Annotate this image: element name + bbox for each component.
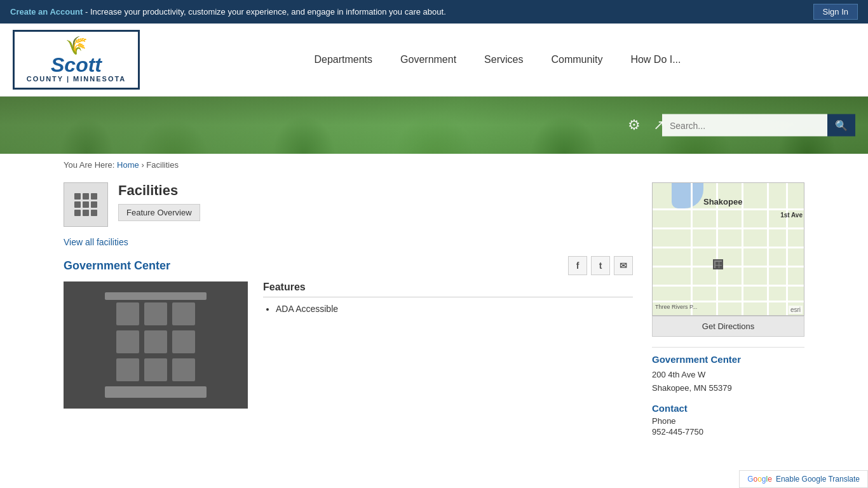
- building-cell-1: [116, 302, 139, 325]
- sidebar-address-line1: 200 4th Ave W: [652, 370, 705, 379]
- create-account-link[interactable]: Create an Account: [10, 7, 83, 17]
- map-container[interactable]: Shakopee 1st Ave Three Rivers P... esri: [652, 182, 804, 316]
- email-share-button[interactable]: ✉: [614, 256, 633, 275]
- settings-icon[interactable]: ⚙: [628, 117, 641, 133]
- facility-title-area: Facilities Feature Overview: [118, 182, 200, 221]
- sign-in-button[interactable]: Sign In: [813, 4, 858, 20]
- building-cell-7: [116, 358, 139, 381]
- building-cell-8: [144, 358, 167, 381]
- logo-name: Scott: [51, 55, 102, 75]
- map-road-h3: [653, 247, 804, 248]
- icon-cell-8: [83, 210, 89, 216]
- nav-item-government[interactable]: Government: [386, 35, 470, 85]
- social-icons: f t ✉: [568, 256, 633, 275]
- icon-cell-9: [91, 210, 97, 216]
- sidebar-phone-label: Phone: [652, 416, 804, 426]
- page-title: Facilities: [118, 182, 200, 199]
- map-marker: [713, 259, 723, 269]
- sidebar-address: 200 4th Ave W Shakopee, MN 55379: [652, 369, 804, 395]
- icon-cell-2: [83, 193, 89, 200]
- header: 🌾 Scott COUNTY | MINNESOTA Departments G…: [0, 24, 868, 97]
- facility-icon: [64, 182, 108, 227]
- map-label-1st-ave: 1st Ave: [780, 212, 803, 219]
- nav-link-services[interactable]: Services: [470, 35, 537, 85]
- breadcrumb: You Are Here: Home › Facilities: [0, 154, 868, 176]
- facility-header: Facilities Feature Overview: [64, 182, 633, 227]
- sidebar-phone: 952-445-7750: [652, 427, 804, 437]
- get-directions-button[interactable]: Get Directions: [652, 316, 804, 337]
- nav-link-departments[interactable]: Departments: [300, 35, 386, 85]
- breadcrumb-prefix: You Are Here:: [64, 160, 117, 170]
- sidebar: Shakopee 1st Ave Three Rivers P... esri …: [652, 182, 804, 437]
- map-road-h2: [653, 227, 804, 229]
- facility-body: Features ADA Accessible: [64, 281, 633, 409]
- view-all-facilities-link[interactable]: View all facilities: [64, 237, 633, 247]
- map-road-v4: [767, 183, 769, 315]
- email-icon: ✉: [620, 261, 627, 271]
- logo-icon: 🌾: [65, 37, 88, 55]
- icon-cell-1: [74, 193, 81, 200]
- hero-tools: ⚙ ↗: [628, 117, 665, 133]
- nav-item-community[interactable]: Community: [537, 35, 616, 85]
- icon-cell-3: [91, 193, 97, 200]
- breadcrumb-home[interactable]: Home: [117, 160, 139, 170]
- search-button[interactable]: 🔍: [827, 114, 855, 137]
- nav-item-departments[interactable]: Departments: [300, 35, 386, 85]
- icon-cell-7: [74, 210, 81, 216]
- map-road-h6: [653, 301, 804, 302]
- building-cell-2: [144, 302, 167, 325]
- facility-card-header: Government Center f t ✉: [64, 256, 633, 275]
- hero-banner: ⚙ ↗ 🔍: [0, 97, 868, 154]
- building-bottom: [105, 386, 207, 398]
- facility-card-title-text: Government Center: [64, 259, 170, 273]
- map-road-h4: [653, 266, 804, 268]
- features-title: Features: [263, 281, 633, 297]
- facility-icon-grid: [74, 193, 97, 216]
- map-background: Shakopee 1st Ave Three Rivers P... esri: [653, 183, 804, 315]
- building-graphic: [105, 292, 207, 398]
- facebook-share-button[interactable]: f: [568, 256, 587, 275]
- feature-overview-button[interactable]: Feature Overview: [118, 204, 200, 221]
- nav-item-services[interactable]: Services: [470, 35, 537, 85]
- sidebar-location-title: Government Center: [652, 354, 804, 365]
- top-bar: Create an Account - Increase your produc…: [0, 0, 868, 24]
- building-cell-5: [144, 330, 167, 353]
- nav-item-how-do-i[interactable]: How Do I...: [616, 35, 695, 85]
- nav-link-government[interactable]: Government: [386, 35, 470, 85]
- map-road-v5: [786, 183, 788, 315]
- map-esri-label: esri: [789, 306, 803, 314]
- map-road-v1: [691, 183, 693, 315]
- logo-sub: COUNTY | MINNESOTA: [27, 75, 126, 83]
- sidebar-contact-title: Contact: [652, 403, 804, 414]
- nav-link-how-do-i[interactable]: How Do I...: [616, 35, 695, 85]
- building-cell-4: [116, 330, 139, 353]
- building-grid: [116, 302, 195, 381]
- icon-cell-4: [74, 201, 81, 208]
- feature-item-ada: ADA Accessible: [276, 304, 633, 314]
- map-three-rivers-label: Three Rivers P...: [655, 304, 697, 310]
- twitter-share-button[interactable]: t: [591, 256, 610, 275]
- icon-cell-6: [91, 201, 97, 208]
- content-area: Facilities Feature Overview View all fac…: [64, 182, 633, 437]
- facility-image: [64, 281, 248, 409]
- twitter-icon: t: [599, 261, 602, 271]
- building-cell-3: [172, 302, 195, 325]
- facebook-icon: f: [576, 261, 580, 271]
- main-content: Facilities Feature Overview View all fac…: [0, 176, 868, 456]
- nav-link-community[interactable]: Community: [537, 35, 616, 85]
- icon-cell-5: [83, 201, 89, 208]
- breadcrumb-current: Facilities: [146, 160, 179, 170]
- logo-box: 🌾 Scott COUNTY | MINNESOTA: [13, 30, 140, 90]
- map-water: [672, 183, 703, 208]
- building-cell-6: [172, 330, 195, 353]
- map-road-h1: [653, 208, 804, 210]
- logo[interactable]: 🌾 Scott COUNTY | MINNESOTA: [13, 24, 140, 96]
- map-road-h5: [653, 285, 804, 287]
- sidebar-info: Government Center 200 4th Ave W Shakopee…: [652, 347, 804, 437]
- top-bar-text: Create an Account - Increase your produc…: [10, 7, 446, 17]
- nav-menu: Departments Government Services Communit…: [300, 35, 695, 85]
- features-list: ADA Accessible: [263, 304, 633, 314]
- sidebar-address-line2: Shakopee, MN 55379: [652, 383, 732, 393]
- search-input[interactable]: [662, 114, 827, 137]
- building-cell-9: [172, 358, 195, 381]
